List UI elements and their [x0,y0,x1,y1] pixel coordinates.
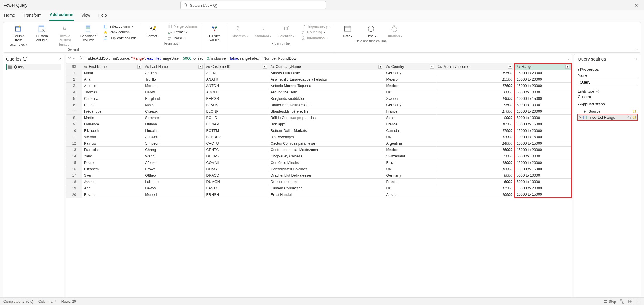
table-row[interactable]: 4ThomasHardyAROUTAround the HornUK600050… [66,89,572,95]
cell[interactable]: 10000 to 15000 [514,140,571,147]
cell[interactable]: Blauer See Delikatessen [269,102,384,108]
row-number[interactable]: 18 [66,179,82,185]
tab-transform[interactable]: Transform [22,11,42,20]
grid-view-button[interactable] [628,299,632,302]
column-header-customerid[interactable]: ABCCustomerID▾ [204,63,269,70]
row-number[interactable]: 7 [66,108,82,115]
cell[interactable]: Bólido Comidas preparadas [269,115,384,121]
cell[interactable]: Bottom-Dollar Markets [269,127,384,134]
cell[interactable]: 10500 [436,121,514,127]
formula-cancel-button[interactable]: ✕ [68,56,71,61]
select-all-corner[interactable] [66,63,82,70]
cell[interactable]: Ana Trujillo Emaredados y helados [269,76,384,83]
cell[interactable]: Comércio Mineiro [269,159,384,166]
cell[interactable]: 15000 to 20000 [514,70,571,76]
cell[interactable]: Antonio Moreno Taqueria [269,83,384,89]
cell[interactable]: Afonso [143,159,204,166]
cell[interactable]: Victoria [82,134,143,140]
time-button[interactable]: Time ▾ [361,24,381,38]
row-number[interactable]: 4 [66,89,82,95]
table-row[interactable]: 16ElizabethBrownCONSHConsolidated Holdin… [66,166,572,172]
cell[interactable]: Switzerland [384,153,436,159]
cell[interactable]: 15000 to 20000 [514,147,571,153]
cell[interactable]: ALFKI [204,70,269,76]
cell[interactable]: France [384,108,436,115]
cell[interactable]: Ann [82,185,143,191]
cell[interactable]: Germany [384,102,436,108]
filter-button[interactable]: ▾ [430,65,434,69]
cell[interactable]: Martin [82,115,143,121]
cell[interactable]: 5000 to 10000 [514,115,571,121]
cell[interactable]: 19500 [436,70,514,76]
cell[interactable]: CACTU [204,140,269,147]
cell[interactable]: BLONP [204,108,269,115]
table-row[interactable]: 5ChristinaBerglundBERGSBerglunds snabbkö… [66,95,572,102]
cell[interactable]: 17000 [436,108,514,115]
close-button[interactable]: ✕ [632,1,641,9]
parse-button[interactable]: abc123Parse ▾ [167,36,199,40]
cell[interactable]: Ashworth [143,134,204,140]
table-row[interactable]: 14YangWangDHOPSChop-suey ChineseSwitzerl… [66,153,572,159]
fx-icon[interactable]: fx [78,56,84,61]
cell[interactable]: 15000 to 20000 [514,108,571,115]
cell[interactable]: UK [384,166,436,172]
table-row[interactable]: 20RolandMendelERNSHErnst HandelAustria10… [66,191,572,198]
data-source-icon[interactable] [632,116,636,119]
cell[interactable]: CONSH [204,166,269,172]
cell[interactable]: B's Beverages [269,134,384,140]
column-header-monthly-income[interactable]: 123Monthly Income▾ [436,63,514,70]
cell[interactable]: Chop-suey Chinese [269,153,384,159]
row-number[interactable]: 2 [66,76,82,83]
cell[interactable]: 10000 to 15000 [514,134,571,140]
tab-home[interactable]: Home [3,11,15,20]
row-number[interactable]: 9 [66,121,82,127]
cell[interactable]: Antonio [82,83,143,89]
cell[interactable]: Anders [143,70,204,76]
cell[interactable]: Frédérique [82,108,143,115]
cell[interactable]: Mexico [384,147,436,153]
cell[interactable]: Elizabeth [82,166,143,172]
cell[interactable]: 18000 [436,159,514,166]
cell[interactable]: AROUT [204,89,269,95]
table-row[interactable]: 2AnaTrujilloANATRAna Trujillo Emaredados… [66,76,572,83]
cell[interactable]: DRACD [204,172,269,179]
cell[interactable]: 15500 [436,76,514,83]
cell[interactable]: 15000 to 20000 [514,159,571,166]
search-box[interactable]: Search (Alt + Q) [180,1,326,9]
cell[interactable]: ANATR [204,76,269,83]
cell[interactable]: 6000 [436,179,514,185]
cell[interactable]: EASTC [204,185,269,191]
row-number[interactable]: 15 [66,159,82,166]
cell[interactable]: CENTC [204,147,269,153]
cell[interactable]: 14000 [436,95,514,102]
cell[interactable]: Chang [143,147,204,153]
cell[interactable]: UK [384,134,436,140]
row-number[interactable]: 17 [66,172,82,179]
cell[interactable]: BERGS [204,95,269,102]
table-row[interactable]: 17SvenOttliebDRACDDrachenblut Delikatess… [66,172,572,179]
table-row[interactable]: 10ElizabethLincolnBOTTMBottom-Dollar Mar… [66,127,572,134]
cell[interactable]: Alfreds Futterkiste [269,70,384,76]
row-number[interactable]: 19 [66,185,82,191]
filter-button[interactable]: ▾ [565,65,569,69]
cell[interactable]: 15000 to 20000 [514,127,571,134]
cell[interactable]: Trujillo [143,76,204,83]
cell[interactable]: Germany [384,70,436,76]
row-number[interactable]: 3 [66,83,82,89]
row-number[interactable]: 8 [66,115,82,121]
cell[interactable]: Du monde entier [269,179,384,185]
cell[interactable]: Brown [143,166,204,172]
extract-button[interactable]: ABCExtract ▾ [167,30,199,35]
query-name-input[interactable] [578,79,637,86]
cell[interactable]: Christina [82,95,143,102]
cell[interactable]: BONAP [204,121,269,127]
ribbon-collapse-button[interactable]: ︿ [634,46,638,51]
cell[interactable]: Blondesddsl pére et fils [269,108,384,115]
cell[interactable]: 5000 to 10000 [514,179,571,185]
diagram-view-button[interactable] [620,299,624,302]
cell[interactable]: 5000 to 10000 [514,172,571,179]
cell[interactable]: Berglund [143,95,204,102]
cell[interactable]: Mexico [384,76,436,83]
index-column-button[interactable]: Index column ▾ [102,24,137,29]
row-number[interactable]: 20 [66,191,82,198]
